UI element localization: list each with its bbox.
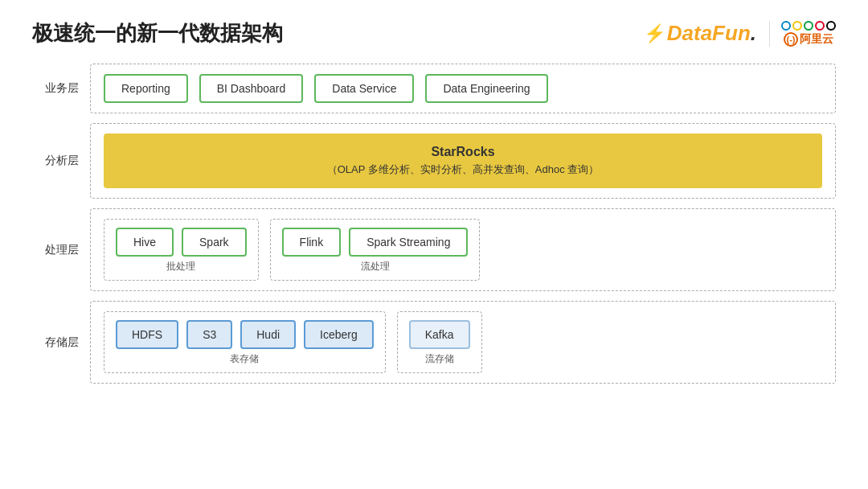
stream-storage-group: Kafka 流存储: [397, 311, 482, 373]
business-layer: 业务层 Reporting BI Dashboard Data Service …: [32, 64, 836, 113]
starrocks-subtitle: （OLAP 多维分析、实时分析、高并发查询、Adhoc 查询）: [120, 162, 806, 177]
aliyun-brand: (-) 阿里云: [784, 32, 833, 47]
olympics-rings: [781, 21, 836, 31]
analysis-layer: 分析层 StarRocks （OLAP 多维分析、实时分析、高并发查询、Adho…: [32, 123, 836, 199]
analysis-layer-label: 分析层: [32, 154, 90, 168]
analysis-layer-content: StarRocks （OLAP 多维分析、实时分析、高并发查询、Adhoc 查询…: [90, 123, 836, 199]
reporting-box: Reporting: [104, 74, 188, 103]
spark-box: Spark: [182, 228, 247, 257]
stream-storage-label: 流存储: [425, 352, 454, 366]
ring-red: [815, 21, 825, 31]
ring-blue: [781, 21, 791, 31]
aliyun-text: 阿里云: [800, 32, 833, 47]
datafun-text: DataFun: [667, 21, 751, 46]
storage-layer: 存储层 HDFS S3 Hudi Iceberg 表存储 Kafka 流存储: [32, 301, 836, 384]
ring-yellow: [792, 21, 802, 31]
batch-label: 批处理: [166, 260, 195, 273]
hudi-box: Hudi: [240, 320, 296, 349]
kafka-box: Kafka: [409, 320, 470, 349]
iceberg-box: Iceberg: [304, 320, 374, 349]
flink-box: Flink: [282, 228, 342, 257]
ring-green: [804, 21, 813, 31]
starrocks-box: StarRocks （OLAP 多维分析、实时分析、高并发查询、Adhoc 查询…: [104, 134, 822, 188]
processing-layer-content: Hive Spark 批处理 Flink Spark Streaming 流处理: [90, 208, 836, 291]
storage-layer-label: 存储层: [32, 335, 90, 350]
datafun-dot: .: [751, 21, 756, 46]
datafun-logo: ⚡ DataFun.: [644, 21, 756, 46]
content: 业务层 Reporting BI Dashboard Data Service …: [32, 64, 836, 384]
storage-layer-content: HDFS S3 Hudi Iceberg 表存储 Kafka 流存储: [90, 301, 836, 384]
business-layer-content: Reporting BI Dashboard Data Service Data…: [90, 64, 836, 113]
data-service-box: Data Service: [314, 74, 414, 103]
aliyun-emblem: (-): [784, 32, 798, 47]
header: 极速统一的新一代数据架构 ⚡ DataFun. (-) 阿里云: [32, 19, 836, 47]
aliyun-logo: (-) 阿里云: [769, 21, 836, 47]
page-title: 极速统一的新一代数据架构: [32, 19, 283, 47]
logo-area: ⚡ DataFun. (-) 阿里云: [644, 21, 836, 47]
processing-layer: 处理层 Hive Spark 批处理 Flink Spark Streaming…: [32, 208, 836, 291]
bi-dashboard-box: BI Dashboard: [199, 74, 304, 103]
starrocks-title: StarRocks: [120, 145, 806, 159]
business-layer-label: 业务层: [32, 81, 90, 96]
table-storage-boxes: HDFS S3 Hudi Iceberg: [116, 320, 374, 349]
table-storage-label: 表存储: [230, 352, 259, 366]
batch-boxes: Hive Spark: [116, 228, 247, 257]
datafun-icon: ⚡: [644, 23, 665, 44]
stream-processing-group: Flink Spark Streaming 流处理: [270, 219, 481, 281]
hive-box: Hive: [116, 228, 174, 257]
s3-box: S3: [186, 320, 232, 349]
stream-storage-boxes: Kafka: [409, 320, 470, 349]
hdfs-box: HDFS: [116, 320, 178, 349]
data-engineering-box: Data Engineering: [425, 74, 547, 103]
stream-label: 流处理: [361, 260, 390, 273]
stream-boxes: Flink Spark Streaming: [282, 228, 469, 257]
table-storage-group: HDFS S3 Hudi Iceberg 表存储: [104, 311, 386, 373]
processing-layer-label: 处理层: [32, 243, 90, 257]
page: 极速统一的新一代数据架构 ⚡ DataFun. (-) 阿里云: [0, 0, 868, 489]
spark-streaming-box: Spark Streaming: [349, 228, 468, 257]
business-boxes: Reporting BI Dashboard Data Service Data…: [104, 74, 822, 103]
batch-processing-group: Hive Spark 批处理: [104, 219, 259, 281]
ring-black: [826, 21, 836, 31]
